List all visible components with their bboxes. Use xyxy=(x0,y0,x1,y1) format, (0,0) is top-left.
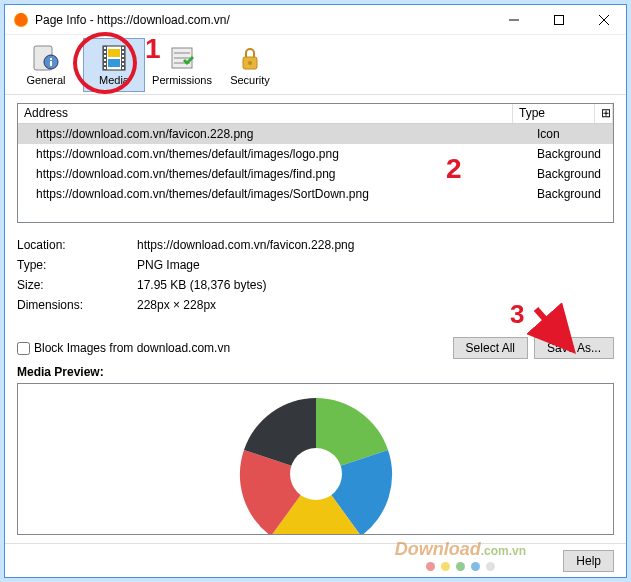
list-row[interactable]: https://download.com.vn/themes/default/i… xyxy=(18,164,613,184)
footer: Download .com.vn Help xyxy=(5,543,626,577)
svg-point-34 xyxy=(290,448,342,500)
select-all-button[interactable]: Select All xyxy=(453,337,528,359)
actions-row: Block Images from download.com.vn Select… xyxy=(17,337,614,359)
svg-rect-13 xyxy=(108,49,120,57)
size-value: 17.95 KB (18,376 bytes) xyxy=(137,275,614,295)
location-value: https://download.com.vn/favicon.228.png xyxy=(137,235,614,255)
save-as-button[interactable]: Save As... xyxy=(534,337,614,359)
list-scroll[interactable]: https://download.com.vn/favicon.228.png … xyxy=(18,124,613,222)
svg-rect-22 xyxy=(122,51,124,53)
dot-icon xyxy=(456,562,465,571)
lock-icon xyxy=(236,44,264,72)
tab-bar: General Media Permissions Security 1 xyxy=(5,35,626,95)
svg-rect-12 xyxy=(121,46,125,70)
media-preview-label: Media Preview: xyxy=(17,365,614,379)
dot-icon xyxy=(426,562,435,571)
firefox-icon xyxy=(13,12,29,28)
media-icon xyxy=(100,44,128,72)
svg-rect-23 xyxy=(122,55,124,57)
media-preview-box[interactable] xyxy=(17,383,614,535)
dot-icon xyxy=(486,562,495,571)
svg-rect-9 xyxy=(50,61,52,66)
header-type[interactable]: Type xyxy=(513,104,595,123)
type-label: Type: xyxy=(17,255,137,275)
header-address[interactable]: Address xyxy=(18,104,513,123)
header-columns-icon[interactable]: ⊞ xyxy=(595,104,613,123)
body-content: Address Type ⊞ https://download.com.vn/f… xyxy=(5,95,626,543)
svg-rect-17 xyxy=(104,55,106,57)
permissions-icon xyxy=(168,44,196,72)
dimensions-value: 228px × 228px xyxy=(137,295,614,315)
watermark: Download .com.vn xyxy=(395,539,526,571)
svg-rect-19 xyxy=(104,63,106,65)
svg-rect-24 xyxy=(122,59,124,61)
dot-icon xyxy=(471,562,480,571)
media-details: Location: https://download.com.vn/favico… xyxy=(17,235,614,315)
list-row[interactable]: https://download.com.vn/favicon.228.png … xyxy=(18,124,613,144)
location-label: Location: xyxy=(17,235,137,255)
titlebar: Page Info - https://download.com.vn/ xyxy=(5,5,626,35)
block-images-checkbox[interactable]: Block Images from download.com.vn xyxy=(17,341,230,355)
size-label: Size: xyxy=(17,275,137,295)
svg-rect-16 xyxy=(104,51,106,53)
svg-point-32 xyxy=(248,61,252,65)
svg-rect-3 xyxy=(554,15,563,24)
svg-rect-8 xyxy=(50,58,52,60)
window-title: Page Info - https://download.com.vn/ xyxy=(35,13,491,27)
dimensions-label: Dimensions: xyxy=(17,295,137,315)
svg-rect-15 xyxy=(104,47,106,49)
favicon-preview-image xyxy=(202,383,430,535)
help-button[interactable]: Help xyxy=(563,550,614,572)
close-button[interactable] xyxy=(581,5,626,35)
media-list: Address Type ⊞ https://download.com.vn/f… xyxy=(17,103,614,223)
block-checkbox-input[interactable] xyxy=(17,342,30,355)
svg-rect-25 xyxy=(122,63,124,65)
tab-permissions[interactable]: Permissions xyxy=(151,38,213,92)
svg-rect-21 xyxy=(122,47,124,49)
tab-media[interactable]: Media xyxy=(83,38,145,92)
list-header-row: Address Type ⊞ xyxy=(18,104,613,124)
watermark-dots xyxy=(426,562,495,571)
page-info-window: Page Info - https://download.com.vn/ Gen… xyxy=(4,4,627,578)
maximize-button[interactable] xyxy=(536,5,581,35)
svg-rect-26 xyxy=(122,67,124,69)
tab-general[interactable]: General xyxy=(15,38,77,92)
dot-icon xyxy=(441,562,450,571)
svg-rect-14 xyxy=(108,59,120,67)
svg-rect-11 xyxy=(103,46,107,70)
list-row[interactable]: https://download.com.vn/themes/default/i… xyxy=(18,144,613,164)
list-row[interactable]: https://download.com.vn/themes/default/i… xyxy=(18,184,613,204)
minimize-button[interactable] xyxy=(491,5,536,35)
svg-rect-20 xyxy=(104,67,106,69)
info-icon xyxy=(32,44,60,72)
type-value: PNG Image xyxy=(137,255,614,275)
tab-security[interactable]: Security xyxy=(219,38,281,92)
svg-rect-18 xyxy=(104,59,106,61)
